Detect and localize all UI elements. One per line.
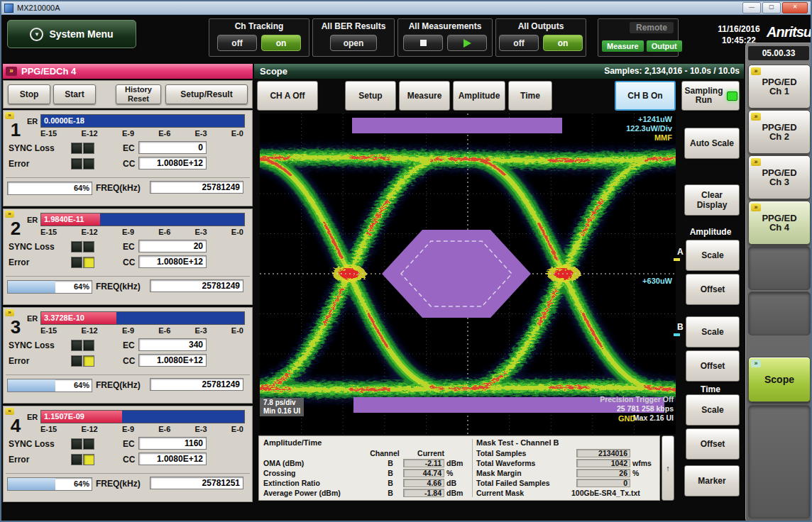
progress-fill	[8, 478, 55, 490]
sidebar-key-ppg-ed-ch4[interactable]: » PPG/ED Ch 4	[748, 201, 811, 245]
er-scale-labels: E-15E-12E-9E-6E-3E-0	[40, 228, 243, 236]
start-button[interactable]: Start	[53, 84, 96, 104]
all-ber-results-label: All BER Results	[313, 21, 394, 31]
minimize-button[interactable]: —	[742, 2, 761, 13]
up-arrow-icon: ↑	[666, 464, 670, 472]
application-window: MX210000A — ▢ ✕ ▼ System Menu Ch Trackin…	[0, 0, 812, 522]
stop-button[interactable]: Stop	[8, 84, 50, 104]
ec-label: EC	[123, 340, 135, 350]
channel-badge-icon: »	[5, 408, 14, 415]
key-label: PPG/ED Ch 3	[762, 168, 796, 187]
sampling-run-button[interactable]: Sampling Run	[681, 81, 740, 111]
sidebar-key-ppg-ed-ch2[interactable]: » PPG/ED Ch 2	[748, 110, 811, 154]
scope-key-icon: »	[751, 360, 761, 367]
sync-loss-indicator	[83, 241, 94, 252]
scroll-up-button[interactable]: ↑	[662, 435, 674, 501]
channel-b-letter: B	[677, 322, 684, 332]
play-icon	[463, 39, 471, 48]
er-label: ER	[27, 314, 38, 323]
divider	[6, 177, 250, 178]
table-row: Current Mask 100GbE-SR4_Tx.txt	[476, 488, 655, 497]
system-menu-label: System Menu	[49, 28, 113, 40]
stop-all-button[interactable]	[403, 35, 443, 51]
scope-measure-button[interactable]: Measure	[399, 81, 450, 111]
er-bar: 3.3728E-10	[40, 311, 245, 325]
channel-1-result-block: » 1 ER 0.0000E-18 E-15E-12E-9E-6E-3E-0 S…	[3, 110, 253, 206]
time-offset-button[interactable]: Offset	[686, 428, 740, 460]
scope-setup-button[interactable]: Setup	[345, 81, 396, 111]
error-indicator	[83, 257, 94, 268]
start-all-button[interactable]	[447, 35, 487, 51]
cc-label: CC	[123, 257, 135, 267]
table-header-row: Channel Current	[263, 448, 469, 457]
all-measurements-group: All Measurements	[397, 18, 493, 57]
system-menu-button[interactable]: ▼ System Menu	[7, 20, 136, 48]
table-title: Mask Test - Channel B	[476, 438, 655, 448]
amplitude-a-scale-button[interactable]: Scale	[686, 240, 740, 271]
progress-percent: 64%	[74, 184, 89, 192]
outputs-on-button[interactable]: on	[543, 35, 583, 51]
scope-amplitude-button[interactable]: Amplitude	[453, 81, 505, 111]
scope-time-button[interactable]: Time	[508, 81, 552, 111]
cc-value: 1.0080E+12	[138, 157, 207, 170]
cc-value: 1.0080E+12	[138, 354, 207, 367]
ch-tracking-off-button[interactable]: off	[217, 35, 257, 51]
sync-loss-label: SYNC Loss	[9, 143, 55, 153]
sync-loss-label: SYNC Loss	[9, 242, 55, 252]
amplitude-b-offset-button[interactable]: Offset	[686, 350, 740, 382]
cc-value: 1.0080E+12	[138, 255, 207, 268]
cc-label: CC	[123, 455, 135, 465]
ch-a-off-button[interactable]: CH A Off	[257, 81, 318, 111]
ec-label: EC	[123, 143, 135, 153]
ch-b-on-button[interactable]: CH B On	[615, 81, 676, 111]
table-row: OMA (dBm) B -2.11 dBm	[263, 458, 469, 467]
channel-number: 3	[6, 316, 25, 338]
all-outputs-label: All Outputs	[496, 21, 586, 31]
channel-key-icon: »	[751, 158, 761, 166]
table-row: Average Power (dBm) B -1.84 dBm	[263, 488, 469, 497]
er-value: 3.3728E-10	[44, 313, 84, 322]
current-mask-file: 100GbE-SR4_Tx.txt	[571, 489, 655, 497]
channel-4-result-block: » 4 ER 1.1507E-09 E-15E-12E-9E-6E-3E-0 S…	[3, 406, 253, 502]
table-row: Extinction Ratio B 4.66 dB	[263, 478, 469, 487]
channel-a-tick	[674, 258, 680, 261]
table-title: Amplitude/Time	[263, 438, 469, 448]
sidebar-key-ppg-ed-ch1[interactable]: » PPG/ED Ch 1	[748, 65, 811, 109]
auto-scale-button[interactable]: Auto Scale	[684, 128, 740, 159]
empty-function-key	[748, 291, 811, 335]
measurement-progress-bar: 64%	[7, 379, 92, 392]
ch-tracking-on-button[interactable]: on	[261, 35, 301, 51]
setup-result-button[interactable]: Setup/Result	[165, 84, 248, 104]
ber-open-button[interactable]: open	[330, 35, 377, 51]
marker-button[interactable]: Marker	[684, 465, 740, 496]
empty-function-key	[748, 405, 811, 518]
sync-loss-indicator	[83, 143, 94, 154]
channel-3-result-block: » 3 ER 3.3728E-10 E-15E-12E-9E-6E-3E-0 S…	[3, 307, 253, 404]
run-led-indicator	[727, 91, 737, 101]
date: 11/16/2016	[711, 23, 767, 35]
progress-fill	[8, 379, 55, 392]
sidebar-key-scope[interactable]: » Scope	[748, 357, 811, 402]
freq-value: 25781251	[150, 477, 243, 489]
error-label: Error	[9, 455, 29, 465]
sidebar-key-ppg-ed-ch3[interactable]: » PPG/ED Ch 3	[748, 155, 811, 199]
amplitude-a-offset-button[interactable]: Offset	[686, 274, 740, 305]
amplitude-b-scale-button[interactable]: Scale	[686, 316, 740, 348]
maximize-button[interactable]: ▢	[762, 2, 781, 13]
close-button[interactable]: ✕	[782, 2, 808, 13]
time-scale-button[interactable]: Scale	[686, 394, 740, 426]
channel-key-icon: »	[751, 204, 761, 211]
error-indicator	[83, 158, 94, 170]
scope-results-panel: Amplitude/Time Channel Current OMA (dBm)…	[258, 435, 660, 501]
clear-display-button[interactable]: Clear Display	[684, 184, 740, 216]
progress-percent: 64%	[74, 381, 89, 389]
remote-measure-indicator: Measure	[602, 40, 644, 52]
divider	[6, 374, 250, 375]
measurement-progress-bar: 64%	[7, 477, 92, 491]
freq-label: FREQ(kHz)	[96, 282, 141, 291]
outputs-off-button[interactable]: off	[499, 35, 539, 51]
channel-badge-icon: »	[5, 112, 14, 119]
firmware-version: 05.00.33	[748, 46, 809, 60]
cc-value: 1.0080E+12	[138, 452, 207, 465]
history-reset-button[interactable]: History Reset	[116, 84, 161, 104]
